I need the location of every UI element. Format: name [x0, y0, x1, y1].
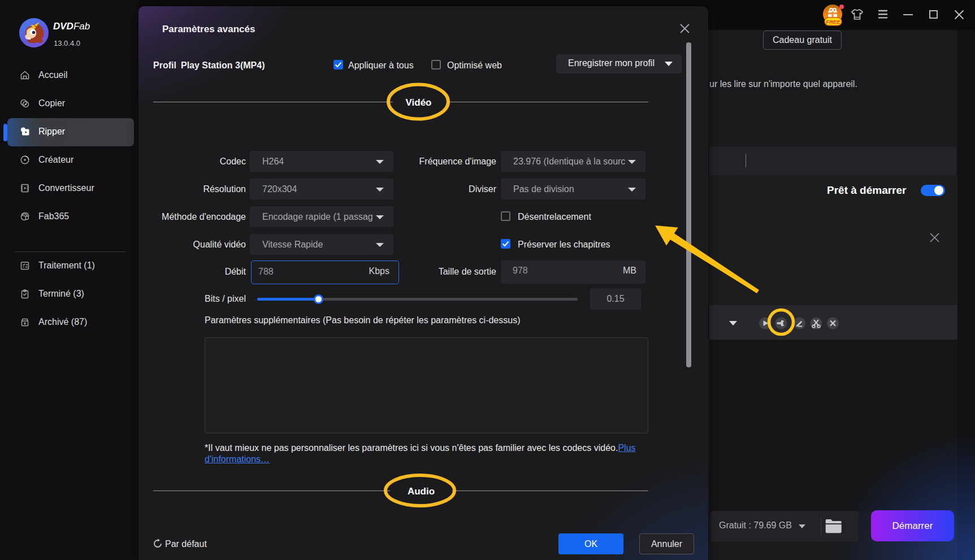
svg-text:FREE: FREE — [826, 19, 840, 25]
